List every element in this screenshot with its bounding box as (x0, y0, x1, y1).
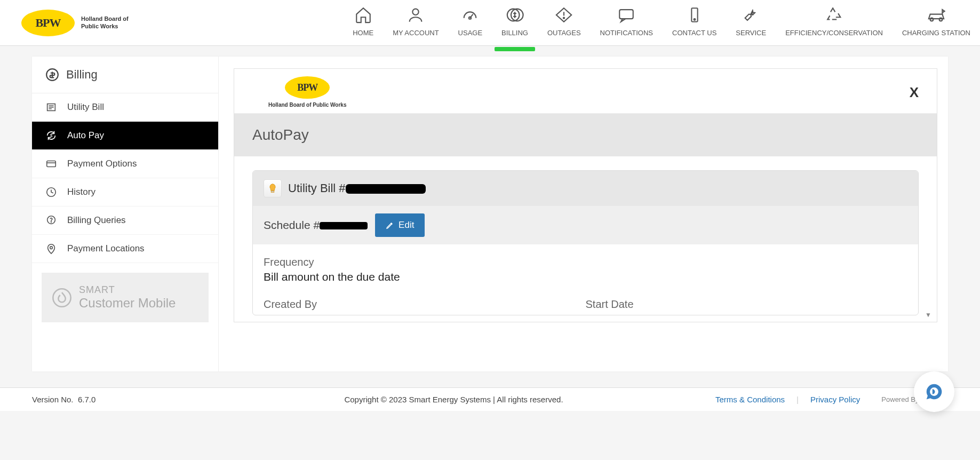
svg-rect-13 (47, 161, 56, 167)
privacy-link[interactable]: Privacy Policy (810, 395, 860, 404)
pencil-icon (386, 221, 394, 229)
chat-icon (617, 5, 635, 25)
details-two-col: Created By Start Date (264, 295, 907, 311)
nav-notifications[interactable]: NOTIFICATIONS (591, 5, 663, 46)
sidebar-item-auto-pay[interactable]: $ Auto Pay (32, 122, 218, 150)
nav-charging-station[interactable]: CHARGING STATION (893, 5, 980, 46)
schedule-heading: Schedule # (264, 219, 368, 232)
redacted-schedule-number (320, 222, 368, 229)
svg-rect-5 (620, 10, 634, 19)
logo-mark: BPW (285, 76, 330, 99)
page-body: Billing Utility Bill $ Auto Pay Payment … (32, 57, 948, 371)
start-date-label: Start Date (586, 298, 908, 311)
nav-billing[interactable]: BILLING (492, 5, 538, 46)
sidebar-menu: Utility Bill $ Auto Pay Payment Options … (32, 93, 218, 263)
utility-bill-label: Utility Bill # (288, 181, 346, 195)
nav-outages[interactable]: OUTAGES (538, 5, 591, 46)
dollar-circle-icon (45, 67, 60, 82)
logo-mark: BPW (21, 10, 75, 36)
svg-point-9 (939, 18, 943, 21)
nav-home[interactable]: HOME (343, 5, 383, 46)
scroll-down-icon[interactable]: ▼ (925, 311, 934, 320)
promo-line1: SMART (79, 284, 176, 296)
nav-usage[interactable]: USAGE (449, 5, 492, 46)
svg-point-8 (930, 18, 934, 21)
phone-icon (686, 5, 704, 25)
svg-point-7 (694, 19, 695, 20)
svg-point-16 (51, 221, 51, 222)
version-block: Version No. 6.7.0 (32, 395, 192, 404)
sidebar-item-label: Payment Locations (67, 243, 145, 254)
nav-label: MY ACCOUNT (393, 29, 439, 37)
home-icon (354, 5, 372, 25)
nav-my-account[interactable]: MY ACCOUNT (383, 5, 448, 46)
main-nav: HOME MY ACCOUNT USAGE BILLING OUTAGES NO… (343, 0, 980, 46)
frequency-label: Frequency (264, 256, 907, 268)
sidebar-title: Billing (32, 57, 218, 93)
footer-links: Terms & Conditions | Privacy Policy (715, 395, 860, 404)
sidebar-item-payment-options[interactable]: Payment Options (32, 150, 218, 178)
promo-text: SMART Customer Mobile (79, 284, 176, 311)
sidebar-item-label: Auto Pay (67, 130, 104, 141)
nav-label: USAGE (458, 29, 483, 37)
nav-service[interactable]: SERVICE (726, 5, 776, 46)
footer: Version No. 6.7.0 Copyright © 2023 Smart… (0, 387, 980, 411)
gauge-icon (461, 5, 479, 25)
panel-scroll-region[interactable]: AutoPay Utility Bill # Schedule # (234, 114, 937, 322)
nav-label: CONTACT US (672, 29, 716, 37)
top-header: BPW Holland Board of Public Works HOME M… (0, 0, 980, 46)
terms-link[interactable]: Terms & Conditions (715, 395, 785, 404)
recycle-icon (825, 5, 843, 25)
chat-fab[interactable] (914, 371, 954, 411)
person-icon (407, 5, 425, 25)
sidebar-item-payment-locations[interactable]: Payment Locations (32, 235, 218, 263)
logo-subtitle: Holland Board of Public Works (81, 15, 129, 29)
promo-banner[interactable]: SMART Customer Mobile (42, 273, 209, 322)
edit-button[interactable]: Edit (375, 213, 425, 237)
sidebar-item-utility-bill[interactable]: Utility Bill (32, 93, 218, 122)
dollar-circle-icon (506, 5, 524, 25)
sidebar-item-label: Utility Bill (67, 102, 104, 113)
edit-label: Edit (399, 220, 414, 231)
nav-contact-us[interactable]: CONTACT US (663, 5, 726, 46)
svg-text:$: $ (50, 133, 53, 138)
nav-label: CHARGING STATION (902, 29, 970, 37)
brand-logo[interactable]: BPW Holland Board of Public Works (21, 10, 129, 36)
close-button[interactable]: X (904, 82, 924, 103)
section-title: AutoPay (234, 114, 937, 156)
separator: | (796, 395, 799, 404)
redacted-account-number (346, 184, 426, 194)
car-charging-icon (926, 5, 947, 25)
created-by-label: Created By (264, 298, 586, 311)
version-label: Version No. (32, 395, 74, 404)
invoice-icon (45, 101, 58, 114)
logo-text: BPW (35, 16, 60, 30)
billing-sidebar: Billing Utility Bill $ Auto Pay Payment … (32, 57, 219, 371)
sidebar-item-label: History (67, 187, 95, 197)
frequency-value: Bill amount on the due date (264, 271, 907, 283)
warning-icon (555, 5, 573, 25)
sidebar-item-label: Payment Options (67, 158, 137, 169)
panel-header: BPW Holland Board of Public Works X (234, 69, 937, 114)
nav-label: SERVICE (736, 29, 766, 37)
sidebar-item-label: Billing Queries (67, 215, 126, 226)
sidebar-item-history[interactable]: History (32, 178, 218, 207)
panel-brand-caption: Holland Board of Public Works (268, 102, 347, 108)
sidebar-item-billing-queries[interactable]: Billing Queries (32, 207, 218, 235)
card-header: Utility Bill # (253, 171, 918, 206)
svg-rect-19 (271, 191, 274, 193)
svg-point-18 (53, 289, 70, 306)
version-number: 6.7.0 (78, 395, 95, 404)
nav-label: HOME (353, 29, 373, 37)
question-bubble-icon (45, 214, 58, 227)
panel-brand: BPW Holland Board of Public Works (247, 74, 347, 111)
svg-point-0 (413, 9, 419, 14)
flame-icon (51, 287, 73, 308)
card-body: Frequency Bill amount on the due date Cr… (253, 244, 918, 315)
nav-label: EFFICIENCY/CONSERVATION (785, 29, 883, 37)
schedule-label: Schedule # (264, 219, 320, 231)
nav-label: OUTAGES (547, 29, 581, 37)
nav-efficiency[interactable]: EFFICIENCY/CONSERVATION (776, 5, 893, 46)
nav-label: NOTIFICATIONS (600, 29, 653, 37)
nav-label: BILLING (501, 29, 528, 37)
